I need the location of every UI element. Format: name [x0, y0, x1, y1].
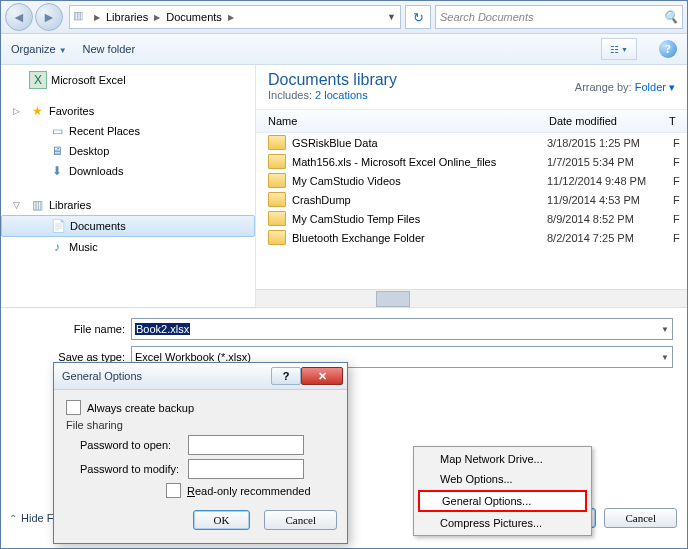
- file-list[interactable]: GSRiskBlue Data3/18/2015 1:25 PMFMath156…: [256, 133, 687, 289]
- filename-label: File name:: [15, 323, 131, 335]
- file-row[interactable]: CrashDump11/9/2014 4:53 PMF: [256, 190, 687, 209]
- file-type: F: [673, 175, 683, 187]
- sidebar-label: Favorites: [49, 103, 94, 119]
- search-input[interactable]: Search Documents 🔍: [435, 5, 683, 29]
- chevron-right-icon: ▶: [226, 13, 236, 22]
- chevron-down-icon: ▼: [59, 46, 67, 55]
- folder-icon: [268, 230, 286, 245]
- col-date[interactable]: Date modified: [549, 115, 669, 127]
- password-modify-input[interactable]: [188, 459, 304, 479]
- file-row[interactable]: Math156.xls - Microsoft Excel Online_fil…: [256, 152, 687, 171]
- back-button[interactable]: ◄: [5, 3, 33, 31]
- sidebar-item-libraries[interactable]: ▽▥Libraries: [1, 195, 255, 215]
- menu-compress-pictures[interactable]: Compress Pictures...: [416, 513, 589, 533]
- sidebar-item-favorites[interactable]: ▷★Favorites: [1, 101, 255, 121]
- file-row[interactable]: My CamStudio Temp Files8/9/2014 8:52 PMF: [256, 209, 687, 228]
- file-sharing-group: File sharing: [66, 419, 335, 431]
- new-folder-button[interactable]: New folder: [83, 43, 136, 55]
- cancel-button[interactable]: Cancel: [604, 508, 677, 528]
- password-modify-label: Password to modify:: [80, 463, 188, 475]
- help-button[interactable]: ?: [271, 367, 301, 385]
- libraries-icon: ▥: [73, 9, 89, 25]
- toolbar: Organize▼ New folder ☷ ▼ ?: [1, 34, 687, 65]
- includes-link[interactable]: 2 locations: [315, 89, 368, 101]
- nav-bar: ◄ ► ▥ ▶ Libraries ▶ Documents ▶ ▼ ↻ Sear…: [1, 1, 687, 34]
- titlebar[interactable]: General Options ? ✕: [54, 363, 347, 390]
- close-button[interactable]: ✕: [301, 367, 343, 385]
- folder-icon: [268, 211, 286, 226]
- sidebar-item-recent[interactable]: ▭Recent Places: [1, 121, 255, 141]
- list-header: Name Date modified T: [256, 110, 687, 133]
- help-button[interactable]: ?: [659, 40, 677, 58]
- file-row[interactable]: GSRiskBlue Data3/18/2015 1:25 PMF: [256, 133, 687, 152]
- excel-icon: X: [29, 71, 47, 89]
- main-panel: Documents library Includes: 2 locations …: [256, 65, 687, 307]
- breadcrumb-dropdown-icon[interactable]: ▼: [383, 12, 400, 22]
- folder-icon: [268, 135, 286, 150]
- star-icon: ★: [29, 103, 45, 119]
- col-type[interactable]: T: [669, 115, 687, 127]
- arrange-by: Arrange by: Folder ▾: [575, 81, 675, 101]
- file-date: 8/9/2014 8:52 PM: [547, 213, 667, 225]
- scroll-thumb[interactable]: [376, 291, 410, 307]
- library-title: Documents library: [268, 71, 397, 89]
- expand-icon[interactable]: ▷: [13, 103, 20, 119]
- menu-general-options[interactable]: General Options...: [418, 490, 587, 512]
- file-date: 11/9/2014 4:53 PM: [547, 194, 667, 206]
- file-name: CrashDump: [292, 194, 541, 206]
- refresh-button[interactable]: ↻: [405, 5, 431, 29]
- file-type: F: [673, 213, 683, 225]
- file-type: F: [673, 194, 683, 206]
- search-placeholder: Search Documents: [440, 11, 534, 23]
- sidebar-item-music[interactable]: ♪Music: [1, 237, 255, 257]
- file-name: GSRiskBlue Data: [292, 137, 541, 149]
- ok-button[interactable]: OK: [193, 510, 251, 530]
- sidebar-item-excel[interactable]: XMicrosoft Excel: [1, 69, 255, 91]
- file-row[interactable]: My CamStudio Videos11/12/2014 9:48 PMF: [256, 171, 687, 190]
- modal-cancel-button[interactable]: Cancel: [264, 510, 337, 530]
- sidebar-item-downloads[interactable]: ⬇Downloads: [1, 161, 255, 181]
- readonly-label[interactable]: Read-only recommended: [187, 485, 311, 497]
- file-date: 1/7/2015 5:34 PM: [547, 156, 667, 168]
- sidebar-label: Documents: [70, 218, 126, 234]
- menu-web-options[interactable]: Web Options...: [416, 469, 589, 489]
- breadcrumb-documents[interactable]: Documents: [162, 6, 226, 28]
- horizontal-scrollbar[interactable]: [256, 289, 687, 307]
- tools-menu: Map Network Drive... Web Options... Gene…: [413, 446, 592, 536]
- readonly-checkbox[interactable]: [166, 483, 181, 498]
- sidebar-label: Microsoft Excel: [51, 72, 126, 88]
- menu-map-network-drive[interactable]: Map Network Drive...: [416, 449, 589, 469]
- documents-icon: 📄: [50, 218, 66, 234]
- breadcrumb-bar[interactable]: ▥ ▶ Libraries ▶ Documents ▶ ▼: [69, 5, 401, 29]
- body: XMicrosoft Excel ▷★Favorites ▭Recent Pla…: [1, 65, 687, 307]
- sidebar-item-documents[interactable]: 📄Documents: [1, 215, 255, 237]
- collapse-icon[interactable]: ▽: [13, 197, 20, 213]
- chevron-down-icon: ▼: [661, 353, 669, 362]
- file-date: 3/18/2015 1:25 PM: [547, 137, 667, 149]
- folder-icon: [268, 154, 286, 169]
- file-type: F: [673, 156, 683, 168]
- filename-input[interactable]: Book2.xlsx▼: [131, 318, 673, 340]
- folder-icon: [268, 173, 286, 188]
- arrange-label: Arrange by:: [575, 81, 632, 93]
- password-open-input[interactable]: [188, 435, 304, 455]
- col-name[interactable]: Name: [268, 115, 549, 127]
- sidebar-label: Libraries: [49, 197, 91, 213]
- file-date: 8/2/2014 7:25 PM: [547, 232, 667, 244]
- includes-label: Includes:: [268, 89, 312, 101]
- file-row[interactable]: Bluetooth Exchange Folder8/2/2014 7:25 P…: [256, 228, 687, 247]
- organize-button[interactable]: Organize▼: [11, 43, 67, 55]
- music-icon: ♪: [49, 239, 65, 255]
- general-options-dialog: General Options ? ✕ Always create backup…: [53, 362, 348, 544]
- password-open-label: Password to open:: [80, 439, 188, 451]
- arrange-value[interactable]: Folder ▾: [635, 81, 675, 93]
- forward-button[interactable]: ►: [35, 3, 63, 31]
- file-name: My CamStudio Videos: [292, 175, 541, 187]
- view-button[interactable]: ☷ ▼: [601, 38, 637, 60]
- sidebar-item-desktop[interactable]: 🖥Desktop: [1, 141, 255, 161]
- breadcrumb-libraries[interactable]: Libraries: [102, 6, 152, 28]
- libraries-icon: ▥: [29, 197, 45, 213]
- chevron-down-icon[interactable]: ▼: [661, 325, 669, 334]
- backup-checkbox[interactable]: [66, 400, 81, 415]
- backup-label[interactable]: Always create backup: [87, 402, 194, 414]
